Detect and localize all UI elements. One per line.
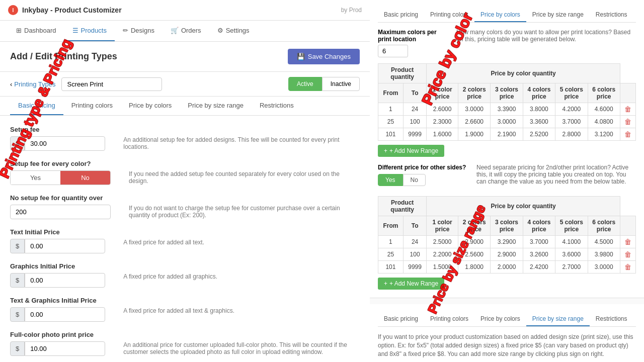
right-tab-printing-colors[interactable]: Printing colors bbox=[424, 8, 474, 22]
left-panel: I Inkybay - Product Customizer by Prod ⊞… bbox=[0, 0, 370, 362]
page-title: Add / Edit Printing Types bbox=[10, 51, 117, 62]
nav-orders[interactable]: 🛒 Orders bbox=[163, 21, 209, 41]
size-range-desc: If you want to price your product custom… bbox=[378, 333, 636, 358]
tab-restrictions[interactable]: Restrictions bbox=[252, 97, 302, 115]
delete-icon[interactable]: 🗑 bbox=[624, 263, 631, 271]
text-initial-price-field: Text Initial Price $ A fixed price for a… bbox=[10, 228, 360, 253]
content-area: Setup fee $ An additional setup fee for … bbox=[0, 116, 370, 362]
diff-price-toggle: Yes No bbox=[378, 174, 468, 186]
diff-price-yes-btn[interactable]: Yes bbox=[378, 174, 403, 186]
graphics-initial-price-input[interactable] bbox=[25, 273, 105, 288]
fullcolor-photo-price-field: Full-color photo print price $ An additi… bbox=[10, 331, 360, 356]
no-setup-fee-qty-desc: If you do not want to charge the setup f… bbox=[129, 205, 360, 219]
diff-price-no-btn[interactable]: No bbox=[403, 174, 426, 186]
size-tab-price-colors[interactable]: Price by colors bbox=[474, 312, 526, 326]
save-button[interactable]: 💾 Save Changes bbox=[288, 49, 360, 64]
price-color-qty-header: Price by color quantity bbox=[427, 64, 620, 83]
orders-icon: 🛒 bbox=[171, 27, 179, 34]
text-graphics-price-label: Text & Graphics Initial Price bbox=[10, 297, 360, 304]
nav-products[interactable]: ☰ Products bbox=[64, 21, 115, 41]
price-by-size-tabs: Basic pricing Printing colors Price by c… bbox=[378, 312, 636, 327]
right-tab-price-by-size-range[interactable]: Price by size range bbox=[526, 8, 590, 22]
no-setup-fee-qty-label: No setup fee for quantity over bbox=[10, 194, 360, 202]
table-row: 10199991.60001.90002.19002.52002.80003.1… bbox=[378, 128, 636, 141]
text-initial-price-input[interactable] bbox=[25, 239, 105, 253]
col-6-header: 6 colors price bbox=[588, 83, 620, 103]
text-graphics-price-input-group: $ bbox=[10, 307, 105, 322]
nav-settings[interactable]: ⚙ Settings bbox=[209, 21, 258, 41]
text-initial-prefix: $ bbox=[10, 239, 25, 253]
setup-fee-color-field: Setup fee for every color? Yes No If you… bbox=[10, 160, 360, 185]
setup-fee-color-label: Setup fee for every color? bbox=[10, 160, 360, 167]
from-header: From bbox=[378, 83, 404, 103]
text-initial-price-label: Text Initial Price bbox=[10, 228, 360, 236]
delete-icon[interactable]: 🗑 bbox=[624, 250, 631, 258]
setup-fee-prefix: $ bbox=[10, 136, 25, 151]
graphics-initial-prefix: $ bbox=[10, 273, 25, 288]
text-graphics-prefix: $ bbox=[10, 307, 25, 322]
fullcolor-photo-price-label: Full-color photo print price bbox=[10, 331, 360, 338]
setup-fee-input[interactable] bbox=[25, 136, 105, 151]
tab-printing-colors[interactable]: Printing colors bbox=[63, 97, 121, 115]
diff-price-label: Different price for other sides? bbox=[378, 164, 468, 171]
page-header: Add / Edit Printing Types 💾 Save Changes bbox=[0, 42, 370, 72]
col-5-header: 5 colors price bbox=[555, 83, 588, 103]
breadcrumb-link[interactable]: Printing Types bbox=[14, 80, 55, 88]
fullcolor-photo-input[interactable] bbox=[25, 341, 105, 356]
nav-designs[interactable]: ✏ Designs bbox=[115, 21, 163, 41]
toggle-no[interactable]: No bbox=[60, 171, 110, 185]
add-range-btn-2[interactable]: + + Add New Range bbox=[378, 278, 444, 290]
price-by-color-tabs: Basic pricing Printing colors Price by c… bbox=[378, 8, 636, 23]
price-by-size-section: Basic pricing Printing colors Price by c… bbox=[370, 304, 644, 362]
right-tab-price-by-colors[interactable]: Price by colors bbox=[474, 8, 526, 22]
diff-price-row: Different price for other sides? Yes No … bbox=[378, 164, 636, 190]
nav-dashboard[interactable]: ⊞ Dashboard bbox=[8, 21, 64, 41]
size-tab-colors[interactable]: Printing colors bbox=[424, 312, 474, 326]
delete-icon[interactable]: 🗑 bbox=[624, 105, 631, 113]
right-tab-basic-pricing[interactable]: Basic pricing bbox=[378, 8, 424, 22]
col-2-header: 2 colors price bbox=[458, 83, 490, 103]
price-by-color-table-2: Product quantity Price by color quantity… bbox=[378, 196, 636, 274]
delete-icon[interactable]: 🗑 bbox=[624, 118, 631, 126]
max-colors-input[interactable] bbox=[378, 45, 408, 57]
table-row: 251002.20002.56002.90003.26003.60003.980… bbox=[378, 248, 636, 261]
size-tab-basic[interactable]: Basic pricing bbox=[378, 312, 424, 326]
size-tab-restrictions[interactable]: Restrictions bbox=[590, 312, 633, 326]
max-colors-label: Maximum colors per print location bbox=[378, 29, 448, 43]
setup-fee-color-toggle: Yes No bbox=[10, 170, 111, 185]
tab-price-by-size-range[interactable]: Price by size range bbox=[180, 97, 252, 115]
no-setup-fee-qty-input[interactable] bbox=[10, 205, 111, 219]
text-graphics-price-desc: A fixed price for added all text & graph… bbox=[123, 307, 360, 314]
tab-basic-pricing[interactable]: Basic pricing bbox=[10, 97, 63, 115]
right-tab-restrictions[interactable]: Restrictions bbox=[590, 8, 633, 22]
action-header bbox=[620, 83, 635, 103]
fullcolor-photo-prefix: $ bbox=[10, 341, 25, 356]
delete-icon[interactable]: 🗑 bbox=[624, 238, 631, 246]
tab-price-by-colors[interactable]: Price by colors bbox=[121, 97, 180, 115]
add-range-btn-1[interactable]: + + Add New Range bbox=[378, 145, 444, 157]
graphics-initial-price-input-group: $ bbox=[10, 273, 105, 288]
size-tab-size-range[interactable]: Price by size range bbox=[526, 312, 590, 326]
settings-icon: ⚙ bbox=[217, 27, 223, 34]
status-group: Active Inactive bbox=[288, 77, 360, 91]
price-by-color-table-1: Product quantity Price by color quantity… bbox=[378, 63, 636, 141]
breadcrumb-bar: ‹ Printing Types Active Inactive bbox=[0, 72, 370, 97]
graphics-initial-price-desc: A fixed price for added all graphics. bbox=[123, 273, 360, 280]
product-qty-header: Product quantity bbox=[378, 64, 427, 83]
top-bar-left: I Inkybay - Product Customizer bbox=[8, 5, 122, 15]
save-icon: 💾 bbox=[297, 53, 305, 60]
products-icon: ☰ bbox=[72, 27, 78, 34]
col-4-header: 4 colors price bbox=[523, 83, 555, 103]
setup-fee-color-desc: If you need the added setup fee counted … bbox=[129, 170, 360, 185]
printing-type-name-input[interactable] bbox=[61, 77, 162, 91]
table-row: 1242.60003.00003.39003.80004.20004.6000🗑 bbox=[378, 103, 636, 116]
delete-icon[interactable]: 🗑 bbox=[624, 130, 631, 138]
text-graphics-price-input[interactable] bbox=[25, 307, 105, 322]
col-1-header: 1 color price bbox=[427, 83, 458, 103]
fullcolor-photo-input-group: $ bbox=[10, 341, 105, 356]
toggle-yes[interactable]: Yes bbox=[11, 171, 60, 185]
status-inactive-button[interactable]: Inactive bbox=[322, 77, 360, 91]
app-icon: I bbox=[8, 5, 18, 15]
text-initial-price-input-group: $ bbox=[10, 239, 105, 253]
status-active-button[interactable]: Active bbox=[288, 77, 322, 91]
